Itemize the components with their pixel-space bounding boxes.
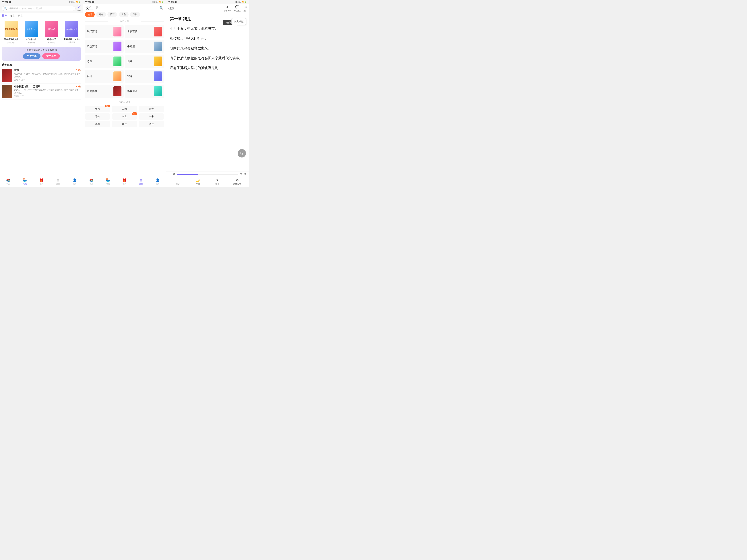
nav-icon-category-2: ⊞	[140, 178, 143, 182]
tab-recommend[interactable]: 推荐	[2, 14, 7, 18]
listen-button[interactable]: 听	[238, 149, 246, 158]
cat-name-4: 总裁	[87, 60, 92, 63]
nav-profile-1[interactable]: 👤 我的	[66, 178, 83, 186]
filter-hot[interactable]: 热门	[85, 12, 95, 17]
recommend-item-1[interactable]: 蛇怨 6.8分 七月十五，中元节，俗称鬼节。相传那天地狱大门打开。阴间的鬼魂会被…	[2, 67, 81, 83]
book-title-1: 重生成顶级大佬	[4, 38, 18, 41]
nav-icon-category-1: ⊞	[57, 178, 59, 182]
reader-top-bar: ‹ 返回 ⬇ 全本下载 💬 评论开关 ••• 更多	[166, 4, 249, 13]
book-title-4: 离婚时孕吐，被前...	[63, 38, 80, 41]
panel-shucheng: 中午12:20 270K/s 📶 🔋 🔍 支持搜索书名、作者、主角名、简介哦~ …	[0, 0, 83, 187]
network-3: 91.3K/s 📶 🔋	[235, 1, 247, 3]
reading-settings-btn[interactable]: ⚙ 阅读设置	[227, 178, 247, 186]
nav-bookshelf-2[interactable]: 📚 书架	[83, 178, 100, 186]
nav-bookshelf-1[interactable]: 📚 书架	[0, 178, 17, 186]
cat-thumb-0	[113, 27, 122, 36]
next-chapter-btn[interactable]: 下一章	[240, 173, 247, 176]
book-item[interactable]: 婚期365天 婚期365天 HE·暗恋	[42, 21, 61, 44]
tag-otherworld[interactable]: 异界	[85, 121, 110, 127]
nav-shucheng-2[interactable]: 🏪 书城	[100, 178, 116, 186]
book-item[interactable]: 重生成顶级大佬 重生成顶级大佬 甜宠·病娇	[2, 21, 21, 44]
prev-chapter-btn[interactable]: 上一章	[169, 173, 175, 176]
filter-style[interactable]: 风格	[130, 12, 140, 17]
comment-toggle-btn[interactable]: 💬 评论开关	[234, 5, 241, 12]
cat-short[interactable]: 中短篇	[125, 40, 164, 53]
sign-btn[interactable]: ✓ 签到	[77, 5, 81, 12]
nav-category-1[interactable]: ⊞ 分类	[50, 178, 67, 186]
night-label: 夜间	[196, 183, 200, 186]
download-label: 全本下载	[224, 9, 231, 12]
cat-mystery[interactable]: 奇闻异事	[85, 85, 124, 98]
tag-future[interactable]: 未来	[138, 113, 164, 119]
tag-wuxia[interactable]: 武侠	[138, 121, 164, 127]
cat-fantasy-romance[interactable]: 幻想言情	[85, 40, 124, 53]
search-icon-2[interactable]: 🔍	[159, 6, 163, 10]
back-chevron: ‹	[168, 7, 169, 10]
para-4: 有子孙后人祭祀的鬼魂会回家享受后代的供奉。	[170, 55, 245, 62]
search-placeholder: 支持搜索书名、作者、主角名、简介哦~	[8, 7, 43, 10]
promo-male-btn[interactable]: 男生小说	[23, 53, 41, 59]
search-bar[interactable]: 🔍 支持搜索书名、作者、主角名、简介哦~	[2, 6, 76, 11]
cat-farming[interactable]: 种田	[85, 70, 124, 83]
nav-icon-shucheng-2: 🏪	[106, 178, 110, 182]
book-title-2: 剑道第一仙	[26, 38, 36, 41]
cat-palace[interactable]: 宫斗	[125, 70, 164, 83]
back-button[interactable]: ‹ 返回	[168, 7, 175, 10]
network-speed-1: 270K/s	[69, 1, 75, 3]
tag-label-7: 仙侠	[122, 123, 127, 126]
cat-film[interactable]: 影视原著	[125, 85, 164, 98]
panel-fenlei: 中午12:20 55.5K/s 📶 🔋 女生 男生 🔍 热门 题材 情节 角色 …	[83, 0, 166, 187]
filter-plot[interactable]: 情节	[107, 12, 117, 17]
rec-close-1[interactable]: ×	[79, 69, 81, 72]
brightness-btn[interactable]: ☀ 亮度	[208, 178, 227, 186]
cat-quicktrav[interactable]: 快穿	[125, 55, 164, 68]
cat-name-9: 影视原著	[127, 90, 137, 93]
tab-female[interactable]: 女生	[10, 14, 15, 18]
filter-tabs: 热门 题材 情节 角色 风格	[83, 12, 166, 19]
more-btn[interactable]: ••• 更多	[243, 5, 247, 12]
nav-welfare-2[interactable]: 🎁 福利	[116, 178, 133, 186]
nav-shucheng-1[interactable]: 🏪 书城	[17, 178, 33, 186]
rec-info-2: 锦衣拍案（三）：浮屠劫 7.5分 洪武三十一年，太祖皇帝朱元璋离世，皇储朱允炆继…	[14, 85, 81, 97]
cat-modern-romance[interactable]: 现代言情	[85, 25, 124, 38]
nav-icon-bookshelf-2: 📚	[89, 178, 93, 182]
recommend-item-2[interactable]: 锦衣拍案（三）：浮屠劫 7.5分 洪武三十一年，太祖皇帝朱元璋离世，皇储朱允炆继…	[2, 83, 81, 100]
tag-era[interactable]: 热门 年代	[85, 106, 110, 112]
filter-subject[interactable]: 题材	[96, 12, 106, 17]
reader-content: 七月十五，中元节，俗称鬼节。 相传那天地狱大门打开。 阴间的鬼魂会被释放出来。 …	[166, 23, 249, 171]
cat-thumb-7	[154, 72, 162, 81]
book-item[interactable]: 剑道第一仙 剑道第一仙 扮猪吃虎	[22, 21, 41, 44]
tag-republic[interactable]: 民国	[112, 106, 137, 112]
tag-apocalypse[interactable]: 热门 末世	[112, 113, 137, 119]
nav-profile-2[interactable]: 👤 我的	[149, 178, 166, 186]
para-1: 七月十五，中元节，俗称鬼节。	[170, 25, 245, 32]
back-label: 返回	[170, 7, 175, 10]
add-shelf-button[interactable]: 加入书架	[231, 18, 247, 25]
cat-name-1: 古代言情	[127, 30, 137, 33]
tag-youth[interactable]: 青春	[138, 106, 164, 112]
toc-btn[interactable]: ☰ 目录	[168, 178, 188, 186]
tab-male[interactable]: 男生	[18, 14, 23, 18]
gender-tab-female[interactable]: 女生	[85, 5, 93, 10]
rec-close-2[interactable]: ×	[79, 85, 81, 88]
book-subtitle-3: HE·暗恋	[48, 42, 55, 44]
nav-category-2[interactable]: ⊞ 分类	[133, 178, 149, 186]
tag-ancient[interactable]: 远古	[85, 113, 110, 119]
book-cover-3: 婚期365天	[45, 21, 58, 37]
book-title-3: 婚期365天	[47, 38, 56, 41]
network-speed-3: 91.3K/s	[235, 1, 241, 3]
nav-welfare-1[interactable]: 🎁 福利	[33, 178, 50, 186]
cat-ceo[interactable]: 总裁	[85, 55, 124, 68]
filter-character[interactable]: 角色	[119, 12, 129, 17]
tag-xianxia[interactable]: 仙侠	[112, 121, 137, 127]
download-btn[interactable]: ⬇ 全本下载	[224, 5, 231, 12]
night-btn[interactable]: 🌙 夜间	[188, 178, 208, 186]
cat-ancient-romance[interactable]: 古代言情	[125, 25, 164, 38]
cat-name-6: 种田	[87, 75, 92, 78]
search-icon: 🔍	[4, 7, 7, 10]
book-item[interactable]: 离婚时孕吐 被前 离婚时孕吐，被前... 虐恋·医生	[62, 21, 81, 44]
nav-label-welfare-2: 福利	[123, 183, 126, 185]
promo-female-btn[interactable]: 女生小说	[42, 53, 60, 59]
gender-tab-male[interactable]: 男生	[95, 6, 101, 10]
rec-name-2: 锦衣拍案（三）：浮屠劫	[14, 85, 40, 88]
